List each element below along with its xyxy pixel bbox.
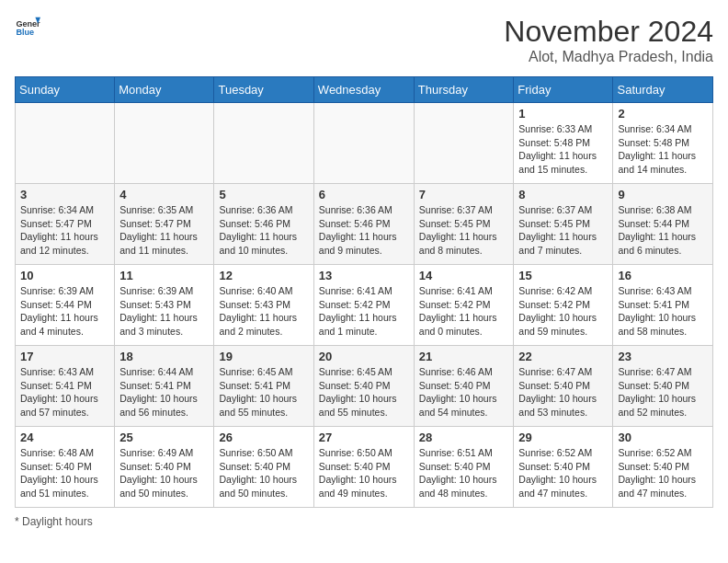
calendar-cell: 19Sunrise: 6:45 AM Sunset: 5:41 PM Dayli… [214, 346, 313, 427]
calendar-week-row: 1Sunrise: 6:33 AM Sunset: 5:48 PM Daylig… [16, 103, 713, 184]
day-number: 27 [319, 431, 409, 444]
day-number: 12 [219, 269, 308, 282]
logo: General Blue [15, 15, 40, 40]
day-number: 8 [518, 188, 608, 201]
calendar-cell: 12Sunrise: 6:40 AM Sunset: 5:43 PM Dayli… [214, 265, 313, 346]
calendar-cell: 29Sunrise: 6:52 AM Sunset: 5:40 PM Dayli… [514, 427, 613, 508]
day-info: Sunrise: 6:39 AM Sunset: 5:43 PM Dayligh… [119, 284, 209, 339]
calendar-cell: 14Sunrise: 6:41 AM Sunset: 5:42 PM Dayli… [414, 265, 514, 346]
day-number: 21 [419, 350, 509, 363]
day-number: 22 [518, 350, 608, 363]
day-info: Sunrise: 6:52 AM Sunset: 5:40 PM Dayligh… [518, 446, 608, 500]
day-info: Sunrise: 6:38 AM Sunset: 5:44 PM Dayligh… [618, 203, 708, 258]
day-number: 18 [119, 350, 209, 363]
header: General Blue November 2024 Alot, Madhya … [15, 15, 713, 65]
day-of-week-header: Tuesday [214, 77, 313, 103]
calendar-cell [115, 103, 214, 184]
calendar-cell: 13Sunrise: 6:41 AM Sunset: 5:42 PM Dayli… [313, 265, 414, 346]
day-number: 19 [219, 350, 308, 363]
day-number: 1 [518, 107, 608, 121]
day-number: 20 [319, 350, 409, 363]
day-of-week-header: Thursday [414, 77, 514, 103]
month-title: November 2024 [504, 15, 713, 49]
day-info: Sunrise: 6:42 AM Sunset: 5:42 PM Dayligh… [518, 284, 608, 339]
calendar-cell: 16Sunrise: 6:43 AM Sunset: 5:41 PM Dayli… [613, 265, 713, 346]
calendar-cell: 10Sunrise: 6:39 AM Sunset: 5:44 PM Dayli… [16, 265, 115, 346]
day-info: Sunrise: 6:41 AM Sunset: 5:42 PM Dayligh… [419, 284, 509, 339]
day-number: 11 [119, 269, 209, 282]
day-number: 23 [618, 350, 708, 363]
day-info: Sunrise: 6:47 AM Sunset: 5:40 PM Dayligh… [518, 365, 608, 419]
day-number: 24 [20, 431, 109, 444]
day-info: Sunrise: 6:35 AM Sunset: 5:47 PM Dayligh… [119, 203, 209, 258]
day-number: 30 [618, 431, 708, 444]
day-of-week-header: Sunday [16, 77, 115, 103]
calendar-cell: 28Sunrise: 6:51 AM Sunset: 5:40 PM Dayli… [414, 427, 514, 508]
day-info: Sunrise: 6:41 AM Sunset: 5:42 PM Dayligh… [319, 284, 409, 339]
logo-icon: General Blue [15, 15, 40, 40]
calendar-header-row: SundayMondayTuesdayWednesdayThursdayFrid… [16, 77, 713, 103]
svg-text:Blue: Blue [16, 28, 34, 37]
day-number: 25 [119, 431, 209, 444]
day-of-week-header: Friday [514, 77, 613, 103]
calendar-cell: 26Sunrise: 6:50 AM Sunset: 5:40 PM Dayli… [214, 427, 313, 508]
day-info: Sunrise: 6:39 AM Sunset: 5:44 PM Dayligh… [20, 284, 109, 339]
day-number: 6 [319, 188, 409, 201]
day-number: 15 [518, 269, 608, 282]
calendar-week-row: 24Sunrise: 6:48 AM Sunset: 5:40 PM Dayli… [16, 427, 713, 508]
calendar-cell: 24Sunrise: 6:48 AM Sunset: 5:40 PM Dayli… [16, 427, 115, 508]
day-number: 7 [419, 188, 509, 201]
calendar-cell: 9Sunrise: 6:38 AM Sunset: 5:44 PM Daylig… [613, 184, 713, 265]
calendar-cell: 20Sunrise: 6:45 AM Sunset: 5:40 PM Dayli… [313, 346, 414, 427]
day-number: 26 [219, 431, 308, 444]
calendar-week-row: 10Sunrise: 6:39 AM Sunset: 5:44 PM Dayli… [16, 265, 713, 346]
calendar-cell: 6Sunrise: 6:36 AM Sunset: 5:46 PM Daylig… [313, 184, 414, 265]
day-info: Sunrise: 6:34 AM Sunset: 5:48 PM Dayligh… [618, 122, 708, 177]
calendar-cell: 7Sunrise: 6:37 AM Sunset: 5:45 PM Daylig… [414, 184, 514, 265]
day-info: Sunrise: 6:37 AM Sunset: 5:45 PM Dayligh… [518, 203, 608, 258]
calendar-cell: 17Sunrise: 6:43 AM Sunset: 5:41 PM Dayli… [16, 346, 115, 427]
calendar-week-row: 3Sunrise: 6:34 AM Sunset: 5:47 PM Daylig… [16, 184, 713, 265]
day-info: Sunrise: 6:46 AM Sunset: 5:40 PM Dayligh… [419, 365, 509, 419]
calendar-cell: 30Sunrise: 6:52 AM Sunset: 5:40 PM Dayli… [613, 427, 713, 508]
calendar-cell: 22Sunrise: 6:47 AM Sunset: 5:40 PM Dayli… [514, 346, 613, 427]
day-info: Sunrise: 6:49 AM Sunset: 5:40 PM Dayligh… [119, 446, 209, 500]
day-number: 3 [20, 188, 109, 201]
day-info: Sunrise: 6:43 AM Sunset: 5:41 PM Dayligh… [618, 284, 708, 339]
day-number: 16 [618, 269, 708, 282]
calendar-week-row: 17Sunrise: 6:43 AM Sunset: 5:41 PM Dayli… [16, 346, 713, 427]
subtitle: Alot, Madhya Pradesh, India [504, 49, 713, 65]
day-info: Sunrise: 6:34 AM Sunset: 5:47 PM Dayligh… [20, 203, 109, 258]
calendar-cell: 11Sunrise: 6:39 AM Sunset: 5:43 PM Dayli… [115, 265, 214, 346]
day-info: Sunrise: 6:33 AM Sunset: 5:48 PM Dayligh… [518, 122, 608, 177]
day-number: 29 [518, 431, 608, 444]
calendar-cell: 15Sunrise: 6:42 AM Sunset: 5:42 PM Dayli… [514, 265, 613, 346]
calendar-cell [414, 103, 514, 184]
day-info: Sunrise: 6:51 AM Sunset: 5:40 PM Dayligh… [419, 446, 509, 500]
calendar-cell: 1Sunrise: 6:33 AM Sunset: 5:48 PM Daylig… [514, 103, 613, 184]
calendar-cell: 21Sunrise: 6:46 AM Sunset: 5:40 PM Dayli… [414, 346, 514, 427]
footer-note-text: Daylight hours [22, 515, 93, 528]
day-info: Sunrise: 6:47 AM Sunset: 5:40 PM Dayligh… [618, 365, 708, 419]
day-info: Sunrise: 6:43 AM Sunset: 5:41 PM Dayligh… [20, 365, 109, 419]
day-number: 2 [618, 107, 708, 121]
calendar-body: 1Sunrise: 6:33 AM Sunset: 5:48 PM Daylig… [16, 103, 713, 508]
day-number: 9 [618, 188, 708, 201]
day-info: Sunrise: 6:37 AM Sunset: 5:45 PM Dayligh… [419, 203, 509, 258]
day-info: Sunrise: 6:50 AM Sunset: 5:40 PM Dayligh… [319, 446, 409, 500]
calendar-cell [214, 103, 313, 184]
title-area: November 2024 Alot, Madhya Pradesh, Indi… [504, 15, 713, 65]
day-info: Sunrise: 6:48 AM Sunset: 5:40 PM Dayligh… [20, 446, 109, 500]
calendar-cell: 8Sunrise: 6:37 AM Sunset: 5:45 PM Daylig… [514, 184, 613, 265]
calendar-cell: 5Sunrise: 6:36 AM Sunset: 5:46 PM Daylig… [214, 184, 313, 265]
calendar-cell: 3Sunrise: 6:34 AM Sunset: 5:47 PM Daylig… [16, 184, 115, 265]
calendar-cell: 18Sunrise: 6:44 AM Sunset: 5:41 PM Dayli… [115, 346, 214, 427]
day-of-week-header: Wednesday [313, 77, 414, 103]
day-info: Sunrise: 6:52 AM Sunset: 5:40 PM Dayligh… [618, 446, 708, 500]
day-info: Sunrise: 6:45 AM Sunset: 5:41 PM Dayligh… [219, 365, 308, 419]
calendar-cell [16, 103, 115, 184]
day-number: 5 [219, 188, 308, 201]
day-info: Sunrise: 6:45 AM Sunset: 5:40 PM Dayligh… [319, 365, 409, 419]
footer-note: * Daylight hours [15, 515, 713, 528]
calendar-cell: 27Sunrise: 6:50 AM Sunset: 5:40 PM Dayli… [313, 427, 414, 508]
